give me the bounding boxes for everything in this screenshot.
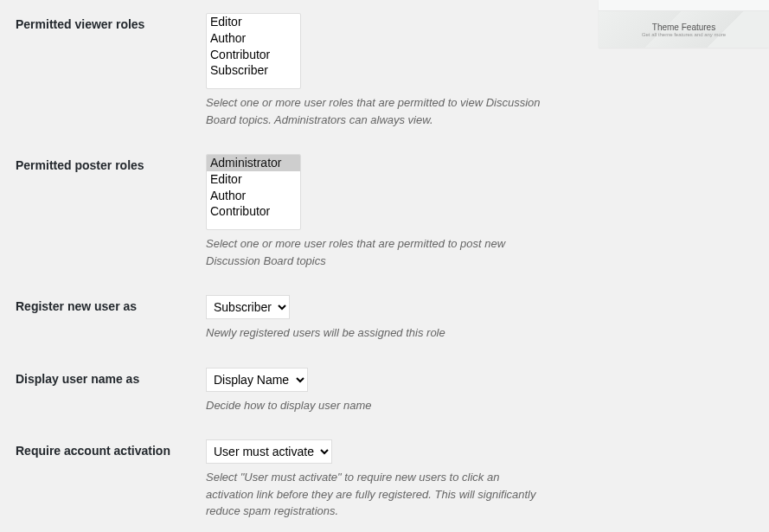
row-viewer-roles: Permitted viewer roles EditorAuthorContr…: [0, 0, 554, 141]
label-activation: Require account activation: [0, 426, 197, 532]
select-display-name[interactable]: Display Name: [206, 368, 308, 392]
row-register-as: Register new user as Subscriber Newly re…: [0, 282, 554, 355]
desc-viewer-roles: Select one or more user roles that are p…: [206, 94, 545, 128]
label-display-name: Display user name as: [0, 355, 197, 427]
settings-form-table: Permitted viewer roles EditorAuthorContr…: [0, 0, 554, 532]
theme-preview-title: Theme Features: [652, 22, 715, 32]
select-viewer-roles[interactable]: EditorAuthorContributorSubscriber: [206, 13, 301, 89]
label-poster-roles: Permitted poster roles: [0, 141, 197, 282]
row-display-name: Display user name as Display Name Decide…: [0, 355, 554, 427]
select-poster-roles[interactable]: AdministratorEditorAuthorContributor: [206, 154, 301, 230]
desc-activation: Select "User must activate" to require n…: [206, 469, 545, 520]
theme-preview-body: Theme Features Get all theme features an…: [599, 11, 769, 48]
desc-register-as: Newly registered users will be assigned …: [206, 324, 545, 342]
theme-preview-thumbnail[interactable]: Theme Features Get all theme features an…: [599, 0, 769, 48]
label-register-as: Register new user as: [0, 282, 197, 355]
desc-display-name: Decide how to display user name: [206, 397, 545, 414]
theme-preview-header: [599, 0, 769, 11]
row-activation: Require account activation User must act…: [0, 426, 554, 532]
theme-preview-subtitle: Get all theme features and any more: [642, 32, 726, 37]
label-viewer-roles: Permitted viewer roles: [0, 0, 197, 141]
select-register-as[interactable]: Subscriber: [206, 295, 290, 319]
desc-poster-roles: Select one or more user roles that are p…: [206, 235, 545, 269]
select-activation[interactable]: User must activate: [206, 439, 332, 464]
row-poster-roles: Permitted poster roles AdministratorEdit…: [0, 141, 554, 282]
